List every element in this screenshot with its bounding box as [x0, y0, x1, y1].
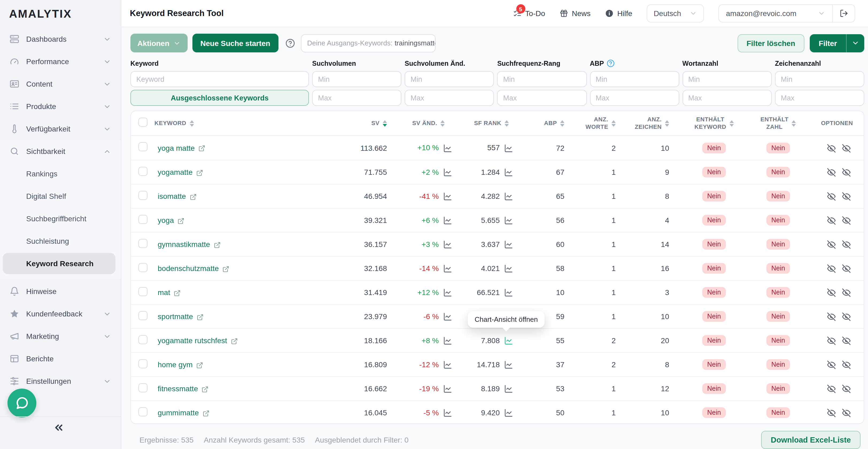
- account-select[interactable]: amazon@revoic.com: [719, 5, 832, 22]
- min-input[interactable]: [405, 71, 494, 87]
- hide-similar-button[interactable]: [842, 239, 851, 249]
- open-chart-button[interactable]: [443, 143, 452, 153]
- sidebar-item-digital-shelf[interactable]: Digital Shelf: [0, 185, 121, 207]
- hide-similar-button[interactable]: [842, 288, 851, 297]
- open-keyword-button[interactable]: [203, 408, 210, 417]
- open-keyword-button[interactable]: [190, 192, 197, 201]
- column-header-words[interactable]: ANZ. WORTE: [575, 116, 628, 131]
- sort-arrows[interactable]: [440, 120, 445, 126]
- download-excel-button[interactable]: Download Excel-Liste: [761, 431, 861, 449]
- open-keyword-button[interactable]: [197, 312, 204, 321]
- min-input[interactable]: [682, 71, 772, 87]
- keyword-filter-input[interactable]: [130, 71, 309, 87]
- seed-keywords-input[interactable]: Deine Ausgangs-Keywords: trainingsmatte: [301, 34, 435, 52]
- hide-similar-button[interactable]: [842, 311, 851, 322]
- hide-keyword-button[interactable]: [827, 336, 836, 346]
- open-chart-button[interactable]: [443, 384, 452, 394]
- row-checkbox[interactable]: [138, 167, 148, 176]
- max-input[interactable]: [405, 90, 494, 106]
- hide-keyword-button[interactable]: [827, 264, 836, 273]
- help-link[interactable]: Hilfe: [605, 9, 632, 18]
- column-header-contains_keyword[interactable]: ENTHÄLT KEYWORD: [682, 116, 746, 131]
- hide-similar-button[interactable]: [842, 264, 851, 273]
- sort-arrows[interactable]: [189, 120, 194, 126]
- column-header-sf_rank[interactable]: SF RANK: [452, 119, 516, 127]
- open-keyword-button[interactable]: [231, 336, 238, 345]
- actions-dropdown-button[interactable]: Aktionen: [130, 34, 188, 52]
- row-checkbox[interactable]: [138, 239, 148, 248]
- max-input[interactable]: [497, 90, 587, 106]
- open-chart-button[interactable]: [443, 288, 452, 297]
- open-keyword-button[interactable]: [223, 264, 229, 273]
- keyword-link[interactable]: bodenschutzmatte: [158, 264, 219, 273]
- row-checkbox[interactable]: [138, 311, 148, 320]
- open-keyword-button[interactable]: [196, 360, 204, 369]
- row-checkbox[interactable]: [138, 215, 148, 224]
- open-chart-button[interactable]: [443, 311, 452, 322]
- max-input[interactable]: [312, 90, 401, 106]
- open-chart-button[interactable]: [443, 191, 452, 201]
- sort-arrows[interactable]: [612, 120, 616, 126]
- sidebar-item-hinweise[interactable]: Hinweise: [0, 280, 121, 303]
- sort-arrows[interactable]: [665, 120, 669, 126]
- todo-link[interactable]: 5 To-Do: [513, 9, 545, 18]
- open-keyword-button[interactable]: [174, 288, 181, 297]
- open-keyword-button[interactable]: [214, 240, 221, 248]
- open-keyword-button[interactable]: [202, 384, 209, 393]
- open-keyword-button[interactable]: [198, 144, 206, 152]
- keyword-link[interactable]: isomatte: [158, 192, 186, 201]
- column-header-sv_change[interactable]: SV ÄND.: [388, 119, 452, 127]
- hide-similar-button[interactable]: [842, 360, 851, 370]
- open-chart-button[interactable]: [504, 336, 513, 346]
- hide-keyword-button[interactable]: [827, 311, 836, 322]
- hide-similar-button[interactable]: [842, 215, 851, 225]
- open-chart-button[interactable]: [504, 360, 513, 370]
- sidebar-item-content[interactable]: Content: [0, 73, 121, 95]
- sidebar-item-produkte[interactable]: Produkte: [0, 95, 121, 118]
- open-chart-button[interactable]: [504, 191, 513, 201]
- sidebar-item-kundenfeedback[interactable]: Kundenfeedback: [0, 303, 121, 325]
- row-checkbox[interactable]: [138, 383, 148, 392]
- keyword-link[interactable]: gymnastikmatte: [158, 240, 210, 248]
- column-header-chars[interactable]: ANZ. ZEICHEN: [628, 116, 682, 131]
- hide-keyword-button[interactable]: [827, 143, 836, 153]
- select-all-checkbox[interactable]: [138, 118, 148, 127]
- open-chart-button[interactable]: [443, 408, 452, 418]
- keyword-link[interactable]: sportmatte: [158, 312, 193, 321]
- min-input[interactable]: [312, 71, 401, 87]
- sidebar-item-performance[interactable]: Performance: [0, 50, 121, 73]
- sidebar-item-suchleistung[interactable]: Suchleistung: [0, 230, 121, 252]
- row-checkbox[interactable]: [138, 190, 148, 200]
- open-chart-button[interactable]: [443, 167, 452, 177]
- hide-keyword-button[interactable]: [827, 384, 836, 394]
- open-chart-button[interactable]: [504, 167, 513, 177]
- max-input[interactable]: [775, 90, 864, 106]
- filter-dropdown-button[interactable]: [846, 34, 864, 52]
- open-chart-button[interactable]: [504, 215, 513, 225]
- hide-similar-button[interactable]: [842, 143, 851, 153]
- keyword-link[interactable]: yogamatte rutschfest: [158, 336, 227, 345]
- open-chart-button[interactable]: [504, 143, 513, 153]
- row-checkbox[interactable]: [138, 335, 148, 344]
- open-chart-button[interactable]: [443, 336, 452, 346]
- sidebar-item-dashboards[interactable]: Dashboards: [0, 28, 121, 50]
- hide-similar-button[interactable]: [842, 167, 851, 177]
- open-chart-button[interactable]: [504, 288, 513, 297]
- new-search-button[interactable]: Neue Suche starten: [192, 34, 278, 52]
- sidebar-item-sichtbarkeit[interactable]: Sichtbarkeit: [0, 140, 121, 162]
- open-chart-button[interactable]: [504, 264, 513, 273]
- max-input[interactable]: [682, 90, 772, 106]
- hide-similar-button[interactable]: [842, 191, 851, 201]
- open-chart-button[interactable]: [504, 384, 513, 394]
- sidebar-item-verfuegbarkeit[interactable]: Verfügbarkeit: [0, 118, 121, 140]
- row-checkbox[interactable]: [138, 142, 148, 151]
- hide-keyword-button[interactable]: [827, 191, 836, 201]
- open-chart-button[interactable]: [443, 239, 452, 249]
- excluded-keywords-button[interactable]: Ausgeschlossene Keywords: [130, 90, 309, 106]
- keyword-link[interactable]: home gym: [158, 360, 193, 369]
- hide-keyword-button[interactable]: [827, 215, 836, 225]
- sidebar-item-rankings[interactable]: Rankings: [0, 162, 121, 185]
- sort-arrows[interactable]: [730, 120, 734, 126]
- row-checkbox[interactable]: [138, 407, 148, 416]
- row-checkbox[interactable]: [138, 287, 148, 296]
